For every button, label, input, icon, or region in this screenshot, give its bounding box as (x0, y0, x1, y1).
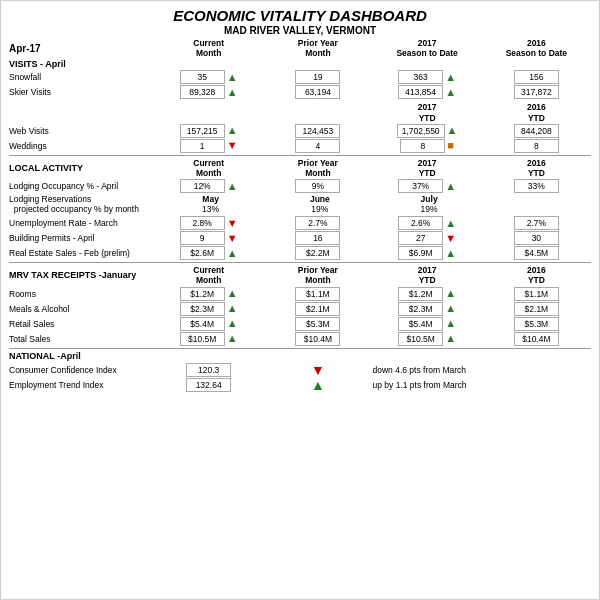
skier-prior-val: 63,194 (295, 85, 340, 99)
meals-current-arrow: ▲ (227, 303, 238, 314)
skier-visits-label: Skier Visits (9, 87, 154, 97)
occupancy-2017: 37% ▲ (373, 179, 482, 193)
snowfall-2016: 156 (482, 70, 591, 84)
re-2016: $4.5M (482, 246, 591, 260)
building-prior-val: 16 (295, 231, 340, 245)
snowfall-prior-val: 19 (295, 70, 340, 84)
snowfall-current: 35 ▲ (154, 70, 263, 84)
skier-2017-val: 413,854 (398, 85, 443, 99)
rooms-2016-val: $1.1M (514, 287, 559, 301)
building-2017: 27 ▼ (373, 231, 482, 245)
col-header-2016-ytd: 2016YTD (482, 102, 591, 122)
web-2017: 1,702,550 ▲ (373, 124, 482, 138)
col-header-empty2 (263, 102, 372, 122)
total-current-arrow: ▲ (227, 333, 238, 344)
unemployment-2016: 2.7% (482, 216, 591, 230)
rooms-current-val: $1.2M (180, 287, 225, 301)
retail-prior: $5.3M (263, 317, 372, 331)
re-current-arrow: ▲ (227, 248, 238, 259)
re-2016-val: $4.5M (514, 246, 559, 260)
snowfall-prior: 19 (263, 70, 372, 84)
visits-section-title: VISITS - April (9, 59, 154, 69)
weddings-2016-val: 8 (514, 139, 559, 153)
res-june: June 19% (267, 194, 372, 214)
weddings-prior: 4 (263, 139, 372, 153)
retail-current-val: $5.4M (180, 317, 225, 331)
rooms-2016: $1.1M (482, 287, 591, 301)
eti-note: up by 1.1 pts from March (373, 380, 592, 390)
skier-2016-val: 317,872 (514, 85, 559, 99)
re-current-val: $2.6M (180, 246, 225, 260)
building-permits-label: Building Permits - April (9, 233, 154, 243)
snowfall-row: Snowfall 35 ▲ 19 363 ▲ 156 (9, 70, 591, 84)
snowfall-current-val: 35 (180, 70, 225, 84)
web-prior: 124,453 (263, 124, 372, 138)
meals-2017-val: $2.3M (398, 302, 443, 316)
total-sales-row: Total Sales $10.5M ▲ $10.4M $10.5M ▲ $10… (9, 332, 591, 346)
cci-val: 120.3 (186, 363, 231, 377)
rooms-2017-val: $1.2M (398, 287, 443, 301)
col-header-2017-season: 2017Season to Date (373, 38, 482, 58)
eti-label: Employment Trend Index (9, 380, 154, 390)
mrv-col-2017: 2017YTD (373, 265, 482, 285)
unemployment-2017-val: 2.6% (398, 216, 443, 230)
col-header-2017-ytd: 2017YTD (373, 102, 482, 122)
retail-row: Retail Sales $5.4M ▲ $5.3M $5.4M ▲ $5.3M (9, 317, 591, 331)
weddings-label: Weddings (9, 141, 154, 151)
meals-current-val: $2.3M (180, 302, 225, 316)
unemployment-current: 2.8% ▼ (154, 216, 263, 230)
eti-arrow: ▲ (311, 378, 325, 392)
total-2017: $10.5M ▲ (373, 332, 482, 346)
total-2016: $10.4M (482, 332, 591, 346)
reservations-section: Lodging Reservations projected occupancy… (9, 194, 591, 214)
meals-2016-val: $2.1M (514, 302, 559, 316)
total-2017-val: $10.5M (398, 332, 443, 346)
retail-2016-val: $5.3M (514, 317, 559, 331)
unemployment-prior-val: 2.7% (295, 216, 340, 230)
local-col-2017: 2017YTD (373, 158, 482, 178)
retail-current: $5.4M ▲ (154, 317, 263, 331)
unemployment-2017-arrow: ▲ (445, 218, 456, 229)
re-prior: $2.2M (263, 246, 372, 260)
meals-current: $2.3M ▲ (154, 302, 263, 316)
meals-2017: $2.3M ▲ (373, 302, 482, 316)
building-current-arrow: ▼ (227, 233, 238, 244)
col-header-2016-season: 2016Season to Date (482, 38, 591, 58)
unemployment-label: Unemployment Rate - March (9, 218, 154, 228)
rooms-current: $1.2M ▲ (154, 287, 263, 301)
total-current: $10.5M ▲ (154, 332, 263, 346)
cci-row: Consumer Confidence Index 120.3 ▼ down 4… (9, 363, 591, 377)
total-2016-val: $10.4M (514, 332, 559, 346)
building-current-val: 9 (180, 231, 225, 245)
occupancy-prior: 9% (263, 179, 372, 193)
building-2016: 30 (482, 231, 591, 245)
weddings-2017-val: 8 (400, 139, 445, 153)
rooms-prior-val: $1.1M (295, 287, 340, 301)
building-current: 9 ▼ (154, 231, 263, 245)
retail-2017-val: $5.4M (398, 317, 443, 331)
total-sales-label: Total Sales (9, 334, 154, 344)
dashboard-subtitle: MAD RIVER VALLEY, VERMONT (9, 25, 591, 36)
eti-row: Employment Trend Index 132.64 ▲ up by 1.… (9, 378, 591, 392)
building-permits-row: Building Permits - April 9 ▼ 16 27 ▼ 30 (9, 231, 591, 245)
meals-prior-val: $2.1M (295, 302, 340, 316)
retail-current-arrow: ▲ (227, 318, 238, 329)
dashboard-title: ECONOMIC VITALITY DASHBOARD (9, 7, 591, 24)
unemployment-prior: 2.7% (263, 216, 372, 230)
web-2017-val: 1,702,550 (397, 124, 445, 138)
skier-2017: 413,854 ▲ (373, 85, 482, 99)
unemployment-current-val: 2.8% (180, 216, 225, 230)
skier-prior: 63,194 (263, 85, 372, 99)
mrv-col-prior: Prior YearMonth (263, 265, 372, 285)
weddings-prior-val: 4 (295, 139, 340, 153)
skier-current-arrow: ▲ (227, 87, 238, 98)
skier-current: 89,328 ▲ (154, 85, 263, 99)
cci-label: Consumer Confidence Index (9, 365, 154, 375)
weddings-2017: 8 ■ (373, 139, 482, 153)
col-header-prior: Prior YearMonth (263, 38, 372, 58)
local-col-current: CurrentMonth (154, 158, 263, 178)
occupancy-2016-val: 33% (514, 179, 559, 193)
building-prior: 16 (263, 231, 372, 245)
mrv-col-current: CurrentMonth (154, 265, 263, 285)
unemployment-2016-val: 2.7% (514, 216, 559, 230)
